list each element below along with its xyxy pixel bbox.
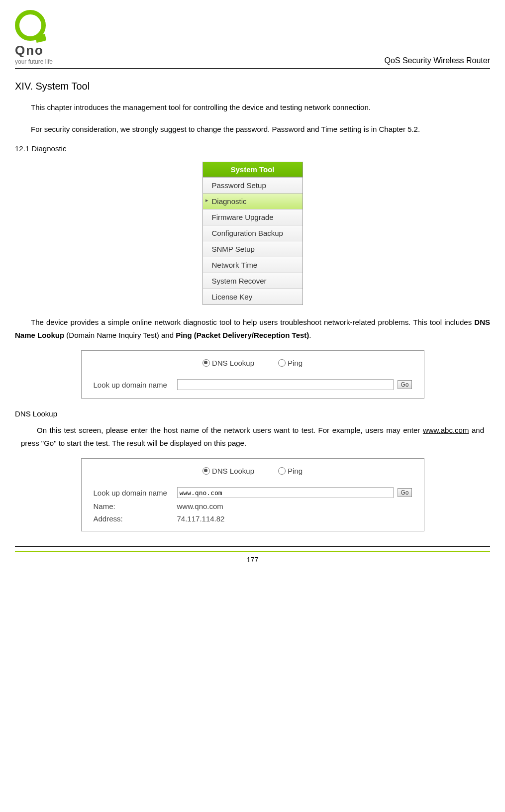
lookup-label: Look up domain name (94, 381, 173, 389)
menu-item-license-key[interactable]: License Key (203, 289, 303, 304)
result-name-row: Name: www.qno.com (94, 502, 412, 510)
menu-header: System Tool (203, 162, 303, 177)
radio-ping-2[interactable]: Ping (278, 467, 303, 475)
radio-row: DNS Lookup Ping (94, 359, 412, 367)
radio-ping[interactable]: Ping (278, 359, 303, 367)
radio-ping-label-2: Ping (288, 467, 303, 475)
subsection-heading: 12.1 Diagnostic (15, 144, 490, 153)
brand-logo-icon (15, 10, 46, 41)
diagnostic-panel-1: DNS Lookup Ping Look up domain name Go (15, 350, 490, 399)
go-button[interactable]: Go (398, 380, 411, 389)
lookup-row: Look up domain name Go (94, 379, 412, 390)
menu-item-network-time[interactable]: Network Time (203, 257, 303, 273)
radio-dns-lookup-2[interactable]: DNS Lookup (202, 467, 254, 475)
domain-name-input[interactable] (177, 379, 394, 390)
radio-dns-label-2: DNS Lookup (212, 467, 254, 475)
radio-row-2: DNS Lookup Ping (94, 467, 412, 475)
diagnostic-panel-2-box: DNS Lookup Ping Look up domain name Go N… (81, 458, 424, 531)
page-header: Qno your future life QoS Security Wirele… (15, 10, 490, 69)
brand-logo-text: Qno (15, 43, 44, 58)
lookup-label-2: Look up domain name (94, 489, 173, 497)
dns-lookup-description: On this test screen, please enter the ho… (15, 424, 490, 449)
intro-paragraph-2: For security consideration, we strongly … (15, 123, 490, 136)
radio-dns-label: DNS Lookup (212, 359, 254, 367)
result-name-label: Name: (94, 502, 173, 510)
brand-logo-tagline: your future life (15, 58, 53, 65)
result-name-value: www.qno.com (177, 502, 223, 510)
radio-unchecked-icon (278, 359, 286, 367)
menu-item-password-setup[interactable]: Password Setup (203, 177, 303, 193)
document-title: QoS Security Wireless Router (384, 56, 490, 65)
diagnostic-panel-1-box: DNS Lookup Ping Look up domain name Go (81, 350, 424, 399)
radio-ping-label: Ping (288, 359, 303, 367)
desc-text-pre: The device provides a simple online netw… (31, 318, 474, 326)
result-address-label: Address: (94, 514, 173, 523)
dns-desc-pre: On this test screen, please enter the ho… (37, 426, 423, 434)
menu-item-diagnostic[interactable]: Diagnostic (203, 193, 303, 209)
radio-checked-icon (202, 359, 210, 367)
brand-logo-block: Qno your future life (15, 10, 53, 65)
domain-name-input-2[interactable] (177, 487, 394, 498)
menu-item-config-backup[interactable]: Configuration Backup (203, 225, 303, 241)
page-number: 177 (15, 556, 490, 568)
go-button-2[interactable]: Go (398, 488, 411, 497)
footer-accent-rule (15, 551, 490, 552)
intro-paragraph-1: This chapter introduces the management t… (15, 101, 490, 114)
diagnostic-panel-2: DNS Lookup Ping Look up domain name Go N… (15, 458, 490, 531)
footer-rule (15, 546, 490, 547)
diagnostic-description: The device provides a simple online netw… (15, 316, 490, 341)
menu-screenshot: System Tool Password Setup Diagnostic Fi… (15, 162, 490, 305)
desc-text-post: . (309, 331, 311, 339)
example-domain-link[interactable]: www.abc.com (423, 426, 469, 434)
radio-unchecked-icon (278, 467, 286, 475)
menu-item-system-recover[interactable]: System Recover (203, 273, 303, 289)
radio-checked-icon (202, 467, 210, 475)
result-address-value: 74.117.114.82 (177, 514, 225, 523)
dns-lookup-heading: DNS Lookup (15, 409, 490, 418)
menu-item-snmp-setup[interactable]: SNMP Setup (203, 241, 303, 257)
radio-dns-lookup[interactable]: DNS Lookup (202, 359, 254, 367)
desc-text-mid: (Domain Name Inquiry Test) and (64, 331, 176, 339)
result-address-row: Address: 74.117.114.82 (94, 514, 412, 523)
desc-bold-ping: Ping (Packet Delivery/Reception Test) (176, 331, 309, 339)
document-page: Qno your future life QoS Security Wirele… (0, 0, 505, 573)
system-tool-menu: System Tool Password Setup Diagnostic Fi… (202, 162, 303, 305)
menu-item-firmware-upgrade[interactable]: Firmware Upgrade (203, 209, 303, 225)
section-heading: XIV. System Tool (15, 81, 490, 92)
lookup-row-2: Look up domain name Go (94, 487, 412, 498)
